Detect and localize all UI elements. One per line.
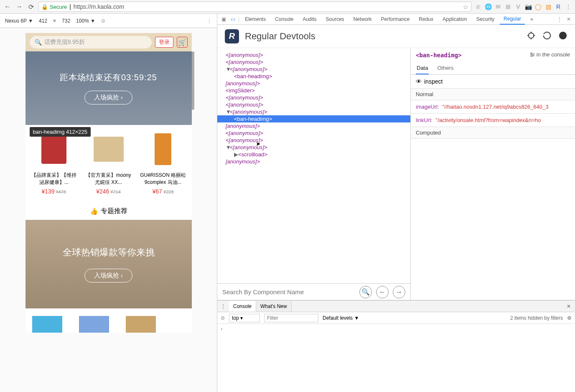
tab-network[interactable]: Network xyxy=(350,14,376,24)
log-levels-selector[interactable]: Default levels ▼ xyxy=(323,315,359,321)
console-tab[interactable]: Console xyxy=(229,301,256,312)
console-menu-icon[interactable]: ⋮ xyxy=(217,303,229,309)
tree-node[interactable]: <[anonymous]> xyxy=(217,51,410,59)
banner-1-button[interactable]: 入场疯抢 › xyxy=(84,91,132,104)
clear-console-icon[interactable]: ⊘ xyxy=(221,315,225,321)
tree-node[interactable]: <[anonymous]> xyxy=(217,94,410,101)
bookmark-star-icon[interactable]: ☆ xyxy=(463,3,468,11)
tree-node[interactable]: <[anonymous]> xyxy=(217,101,410,108)
context-selector[interactable]: top ▾ xyxy=(229,314,260,322)
device-preview-pane: Nexus 6P ▼ 412 × 732 100% ▼ ⊘ ⋮ ban-head… xyxy=(0,14,217,392)
tree-node[interactable]: ▼<[anonymous]> xyxy=(217,66,410,73)
gear-icon[interactable]: ⚙ xyxy=(567,315,572,321)
tab-console[interactable]: Console xyxy=(271,14,297,24)
tab-audits[interactable]: Audits xyxy=(299,14,320,24)
v-icon[interactable]: V xyxy=(515,3,522,10)
tab-sources[interactable]: Sources xyxy=(322,14,348,24)
console-prompt: › xyxy=(221,326,222,332)
tree-node[interactable]: ▶<scrollload> xyxy=(217,151,410,158)
product-card[interactable]: 【品牌直采】【维持泌尿健康】... ¥139¥478 xyxy=(28,131,80,195)
menu-icon[interactable]: ⋮ xyxy=(565,3,572,10)
product-thumb[interactable] xyxy=(32,316,62,333)
product-old-price: ¥228 xyxy=(163,189,173,194)
tab-data[interactable]: Data xyxy=(416,62,429,74)
rotate-icon[interactable]: ⊘ xyxy=(101,18,105,24)
scrollbar-thumb[interactable] xyxy=(192,51,194,110)
section-header: 👍 专题推荐 xyxy=(25,201,192,220)
inspect-row[interactable]: 👁 inspect xyxy=(411,75,575,89)
tree-node[interactable]: <ban-headimg> xyxy=(217,73,410,80)
banner-1[interactable]: 距本场结束还有03:59:25 入场疯抢 › xyxy=(25,51,192,125)
search-submit-icon[interactable]: 🔍 xyxy=(359,286,372,298)
product-card[interactable]: 【官方直采】moony 尤妮佳 XX... ¥246¥714 xyxy=(82,131,135,195)
reload-button[interactable]: ⟳ xyxy=(27,3,35,11)
data-value: "//haitao.nosdn1.127.net/iq9abcs826_640_… xyxy=(442,104,548,110)
search-input[interactable]: 🔍 话费充值9.95折 xyxy=(30,36,152,48)
devtools-menu-icon[interactable]: ⋮ xyxy=(556,15,563,23)
tree-node[interactable]: <[anonymous]> xyxy=(217,130,410,137)
banner-2-button[interactable]: 入场疯抢 › xyxy=(84,269,132,283)
login-button[interactable]: 登录 xyxy=(155,37,173,48)
tree-node[interactable]: <imgSlider> xyxy=(217,87,410,94)
search-next-icon[interactable]: → xyxy=(393,286,405,298)
target-icon[interactable] xyxy=(527,31,536,42)
device-width[interactable]: 412 xyxy=(39,18,47,24)
more-icon[interactable]: ⋮ xyxy=(207,18,212,24)
tree-node[interactable]: [anonymous]> xyxy=(217,122,410,130)
console-body[interactable]: › xyxy=(217,324,575,392)
data-row[interactable]: linkUrl: "/activity/onsale.html?from=wap… xyxy=(411,114,575,127)
product-card[interactable]: GUéRISSON 格丽松 9complex 马油... ¥67¥228 xyxy=(137,131,189,195)
tree-node[interactable]: ▼<[anonymous]> xyxy=(217,108,410,115)
data-row[interactable]: imageUrl: "//haitao.nosdn1.127.net/iq9ab… xyxy=(411,100,575,114)
circle-icon[interactable]: ◯ xyxy=(535,3,542,10)
grid-icon[interactable]: ⊞ xyxy=(505,3,511,10)
globe-icon[interactable]: 🌐 xyxy=(485,3,491,10)
address-bar[interactable]: 🔒 Secure | https://m.kaola.com ☆ xyxy=(38,2,471,12)
inspect-element-icon[interactable]: ▣ xyxy=(220,15,227,23)
search-prev-icon[interactable]: ← xyxy=(376,286,389,298)
regular-title: Regular Devtools xyxy=(245,31,315,42)
tab-redux[interactable]: Redux xyxy=(415,14,437,24)
section-normal: Normal xyxy=(411,89,575,100)
github-icon[interactable] xyxy=(558,31,567,42)
banner-2[interactable]: 全球热销爆款等你来挑 入场疯抢 › xyxy=(25,220,192,308)
device-height[interactable]: 732 xyxy=(62,18,70,24)
zoom-selector[interactable]: 100% ▼ xyxy=(76,18,95,24)
tab-elements[interactable]: Elements xyxy=(241,14,270,24)
component-search-input[interactable] xyxy=(222,288,355,295)
tree-node[interactable]: [anonymous]> xyxy=(217,80,410,87)
tree-node[interactable]: ▼<[anonymous]> xyxy=(217,144,410,151)
tab-security[interactable]: Security xyxy=(473,14,498,24)
forward-button[interactable]: → xyxy=(15,3,23,11)
product-title: 【品牌直采】【维持泌尿健康】... xyxy=(28,172,80,186)
device-selector[interactable]: Nexus 6P ▼ xyxy=(5,18,33,24)
r-ext-icon[interactable]: R xyxy=(555,3,562,10)
rss-icon[interactable]: ▧ xyxy=(545,3,552,10)
device-toggle-icon[interactable]: ▭ xyxy=(229,15,237,23)
close-devtools-icon[interactable]: ✕ xyxy=(565,15,572,23)
selected-element-name: <ban-headimg> xyxy=(416,52,462,59)
camera-icon[interactable]: 📷 xyxy=(525,3,532,10)
mail-icon[interactable]: ✉ xyxy=(495,3,501,10)
whatsnew-tab[interactable]: What's New xyxy=(256,301,292,312)
tab-others[interactable]: Others xyxy=(436,62,454,74)
console-filter-input[interactable] xyxy=(264,314,318,322)
tree-node[interactable]: [anonymous]> xyxy=(217,158,410,165)
back-button[interactable]: ← xyxy=(3,3,12,11)
tab-performance[interactable]: Performance xyxy=(377,14,414,24)
tree-node[interactable]: <[anonymous]> xyxy=(217,137,410,144)
product-title: GUéRISSON 格丽松 9complex 马油... xyxy=(137,172,189,186)
refresh-icon[interactable] xyxy=(542,31,552,42)
tab-regular[interactable]: Regular xyxy=(500,14,525,25)
ext-icon[interactable]: ⎚ xyxy=(475,3,481,10)
product-thumb[interactable] xyxy=(126,316,156,333)
more-tabs-icon[interactable]: » xyxy=(527,14,537,24)
tree-node[interactable]: <ban-headimg> xyxy=(217,115,410,122)
tab-application[interactable]: Application xyxy=(439,14,471,24)
close-drawer-icon[interactable]: ✕ xyxy=(562,303,575,309)
component-tree[interactable]: ➤ <[anonymous]><[anonymous]>▼<[anonymous… xyxy=(217,48,410,283)
hidden-count: 2 items hidden by filters xyxy=(510,315,563,321)
product-thumb[interactable] xyxy=(79,316,109,333)
cart-icon[interactable]: 🛒 xyxy=(177,37,188,48)
tree-node[interactable]: <[anonymous]> xyxy=(217,59,410,66)
